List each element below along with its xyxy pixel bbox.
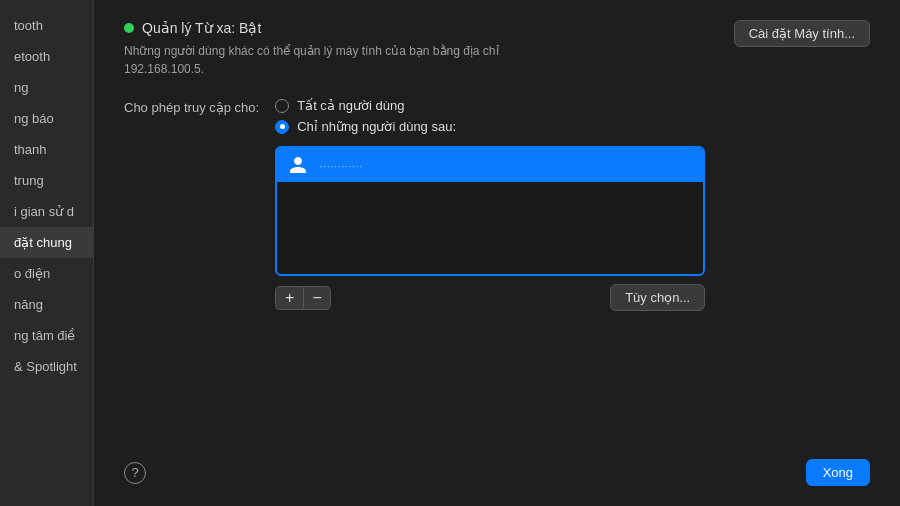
status-dot-green xyxy=(124,23,134,33)
done-button[interactable]: Xong xyxy=(806,459,870,486)
sidebar-item-odien[interactable]: o điện xyxy=(0,258,93,289)
user-avatar-icon xyxy=(287,154,309,176)
radio-specific-users-label: Chỉ những người dùng sau: xyxy=(297,119,456,134)
radio-all-users[interactable]: Tất cả người dùng xyxy=(275,98,705,113)
sidebar-item-trung[interactable]: trung xyxy=(0,165,93,196)
access-label: Cho phép truy cập cho: xyxy=(124,98,259,115)
setup-computer-button[interactable]: Cài đặt Máy tính... xyxy=(734,20,870,47)
access-section: Cho phép truy cập cho: Tất cả người dùng… xyxy=(124,98,870,311)
sidebar-item-giansud[interactable]: i gian sử d xyxy=(0,196,93,227)
sidebar-item-thanh[interactable]: thanh xyxy=(0,134,93,165)
sidebar-item-tooth[interactable]: tooth xyxy=(0,10,93,41)
sidebar: tooth etooth ng ng báo thanh trung i gia… xyxy=(0,0,94,506)
radio-all-users-circle[interactable] xyxy=(275,99,289,113)
radio-specific-users-circle[interactable] xyxy=(275,120,289,134)
footer: ? Xong xyxy=(124,449,870,486)
sidebar-item-ngtamdieu[interactable]: ng tâm điề xyxy=(0,320,93,351)
remote-status-row: Quản lý Từ xa: Bật xyxy=(124,20,499,36)
sidebar-item-etooth[interactable]: etooth xyxy=(0,41,93,72)
remote-management-row: Quản lý Từ xa: Bật Những người dùng khác… xyxy=(124,20,870,78)
main-content: Quản lý Từ xa: Bật Những người dùng khác… xyxy=(94,0,900,506)
remove-user-button[interactable]: − xyxy=(303,286,331,310)
sidebar-item-ngbao[interactable]: ng báo xyxy=(0,103,93,134)
sidebar-item-nang[interactable]: năng xyxy=(0,289,93,320)
add-user-button[interactable]: + xyxy=(275,286,303,310)
sidebar-item-datchung[interactable]: đặt chung xyxy=(0,227,93,258)
help-button[interactable]: ? xyxy=(124,462,146,484)
remote-description: Những người dùng khác có thể quản lý máy… xyxy=(124,42,499,78)
user-list-box: ············ xyxy=(275,146,705,276)
sidebar-item-spotlight[interactable]: & Spotlight xyxy=(0,351,93,382)
radio-all-users-label: Tất cả người dùng xyxy=(297,98,404,113)
options-button[interactable]: Tùy chọn... xyxy=(610,284,705,311)
sidebar-item-ng[interactable]: ng xyxy=(0,72,93,103)
remote-status-label: Quản lý Từ xa: Bật xyxy=(142,20,261,36)
add-remove-controls: + − xyxy=(275,286,331,310)
radio-group: Tất cả người dùng Chỉ những người dùng s… xyxy=(275,98,705,134)
user-list-item[interactable]: ············ xyxy=(277,148,703,182)
radio-specific-users[interactable]: Chỉ những người dùng sau: xyxy=(275,119,705,134)
user-name: ············ xyxy=(319,158,362,173)
